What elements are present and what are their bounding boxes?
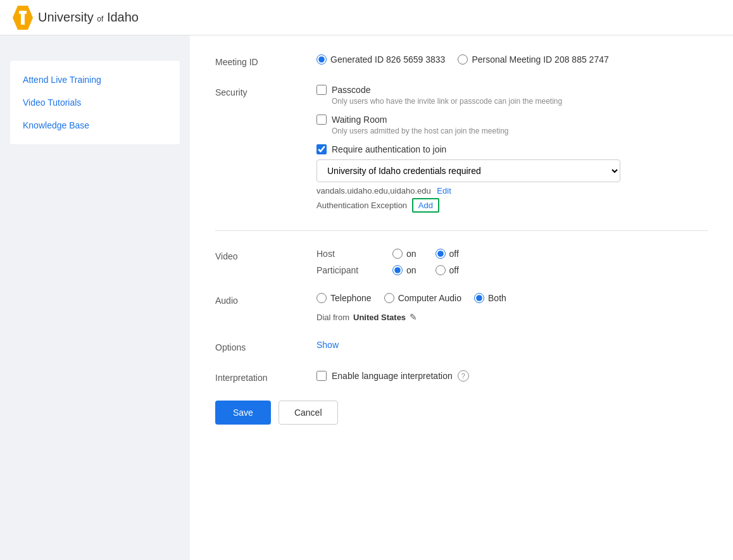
meeting-id-label: Meeting ID xyxy=(215,54,316,67)
audio-label: Audio xyxy=(215,293,316,306)
sidebar-nav: Attend Live Training Video Tutorials Kno… xyxy=(10,61,180,144)
passcode-hint: Only users who have the invite link or p… xyxy=(332,97,708,106)
both-audio-radio[interactable] xyxy=(474,293,484,303)
host-label: Host xyxy=(316,249,373,259)
participant-on-radio[interactable] xyxy=(392,265,403,275)
host-on-radio[interactable] xyxy=(392,249,403,259)
personal-id-label: Personal Meeting ID 208 885 2747 xyxy=(472,54,608,65)
generated-id-option[interactable]: Generated ID 826 5659 3833 xyxy=(316,54,445,65)
sidebar-item-video-tutorials[interactable]: Video Tutorials xyxy=(10,91,180,114)
auth-domain-text: vandals.uidaho.edu,uidaho.edu xyxy=(316,186,431,196)
participant-label: Participant xyxy=(316,265,373,275)
main-content: Meeting ID Generated ID 826 5659 3833 Pe… xyxy=(190,35,733,560)
telephone-option[interactable]: Telephone xyxy=(316,293,372,303)
computer-audio-radio[interactable] xyxy=(384,293,394,303)
sidebar-item-knowledge-base[interactable]: Knowledge Base xyxy=(10,114,180,137)
computer-audio-label: Computer Audio xyxy=(398,293,461,303)
telephone-radio[interactable] xyxy=(316,293,327,303)
dial-edit-icon[interactable]: ✎ xyxy=(410,312,417,322)
auth-exception-label: Authentication Exception xyxy=(316,201,407,210)
dial-from-prefix: Dial from xyxy=(316,313,349,322)
both-audio-label: Both xyxy=(488,293,506,303)
generated-id-radio[interactable] xyxy=(316,54,327,65)
interpretation-label: Interpretation xyxy=(215,370,316,383)
cancel-button[interactable]: Cancel xyxy=(279,401,338,425)
options-show-link[interactable]: Show xyxy=(316,340,339,350)
enable-interpretation-label: Enable language interpretation xyxy=(332,371,453,381)
enable-interpretation-option[interactable]: Enable language interpretation xyxy=(316,371,453,381)
security-content: Passcode Only users who have the invite … xyxy=(316,85,708,213)
divider-1 xyxy=(215,230,708,231)
participant-off-option[interactable]: off xyxy=(435,265,459,275)
options-row: Options Show xyxy=(215,340,708,352)
waiting-room-checkbox[interactable] xyxy=(316,115,327,125)
generated-id-label: Generated ID 826 5659 3833 xyxy=(330,54,445,65)
auth-dropdown[interactable]: University of Idaho credentials required xyxy=(316,159,620,182)
waiting-room-group: Waiting Room Only users admitted by the … xyxy=(316,115,708,135)
participant-on-option[interactable]: on xyxy=(392,265,417,275)
save-button[interactable]: Save xyxy=(215,401,271,425)
require-auth-checkbox[interactable] xyxy=(316,144,327,154)
auth-exception-row: Authentication Exception Add xyxy=(316,198,708,213)
logo-icon xyxy=(13,6,33,30)
svg-rect-2 xyxy=(19,11,27,14)
options-content: Show xyxy=(316,340,708,350)
meeting-id-row: Meeting ID Generated ID 826 5659 3833 Pe… xyxy=(215,54,708,67)
logo: University of Idaho xyxy=(13,6,139,30)
require-auth-option[interactable]: Require authentication to join xyxy=(316,144,708,154)
participant-video-row: Participant on off xyxy=(316,265,708,275)
audio-row: Audio Telephone Computer Audio Both xyxy=(215,293,708,322)
both-audio-option[interactable]: Both xyxy=(474,293,506,303)
require-auth-group: Require authentication to join Universit… xyxy=(316,144,708,213)
meeting-id-options: Generated ID 826 5659 3833 Personal Meet… xyxy=(316,54,708,65)
security-row: Security Passcode Only users who have th… xyxy=(215,85,708,213)
interpretation-row: Interpretation Enable language interpret… xyxy=(215,370,708,383)
audio-options: Telephone Computer Audio Both xyxy=(316,293,708,303)
participant-off-label: off xyxy=(449,265,459,275)
form-actions: Save Cancel xyxy=(215,401,708,425)
video-label: Video xyxy=(215,249,316,261)
video-row: Video Host on off Participant xyxy=(215,249,708,275)
participant-on-label: on xyxy=(406,265,417,275)
host-on-option[interactable]: on xyxy=(392,249,417,259)
passcode-group: Passcode Only users who have the invite … xyxy=(316,85,708,106)
telephone-label: Telephone xyxy=(330,293,372,303)
auth-edit-link[interactable]: Edit xyxy=(437,186,451,196)
options-label: Options xyxy=(215,340,316,352)
host-on-label: on xyxy=(406,249,417,259)
video-content: Host on off Participant on xyxy=(316,249,708,275)
interpretation-help-icon[interactable]: ? xyxy=(458,370,469,382)
auth-add-button[interactable]: Add xyxy=(412,198,439,213)
computer-audio-option[interactable]: Computer Audio xyxy=(384,293,461,303)
participant-off-radio[interactable] xyxy=(435,265,446,275)
waiting-room-option[interactable]: Waiting Room xyxy=(316,115,708,125)
sidebar: Attend Live Training Video Tutorials Kno… xyxy=(0,35,190,560)
passcode-label: Passcode xyxy=(332,85,370,95)
interpretation-content: Enable language interpretation ? xyxy=(316,370,708,382)
dial-info: Dial from United States ✎ xyxy=(316,312,708,322)
auth-domain-row: vandals.uidaho.edu,uidaho.edu Edit xyxy=(316,186,708,196)
passcode-checkbox[interactable] xyxy=(316,85,327,95)
header: University of Idaho xyxy=(0,0,733,35)
sidebar-item-attend-live-training[interactable]: Attend Live Training xyxy=(10,68,180,91)
passcode-option[interactable]: Passcode xyxy=(316,85,708,95)
meeting-id-content: Generated ID 826 5659 3833 Personal Meet… xyxy=(316,54,708,65)
host-video-row: Host on off xyxy=(316,249,708,259)
audio-content: Telephone Computer Audio Both Dial from … xyxy=(316,293,708,322)
security-label: Security xyxy=(215,85,316,97)
dial-from-country: United States xyxy=(353,313,406,322)
host-off-option[interactable]: off xyxy=(435,249,459,259)
waiting-room-hint: Only users admitted by the host can join… xyxy=(332,127,708,135)
host-off-label: off xyxy=(449,249,459,259)
logo-text: University of Idaho xyxy=(38,10,139,25)
personal-id-radio[interactable] xyxy=(458,54,468,65)
require-auth-label: Require authentication to join xyxy=(332,144,446,154)
interpretation-options: Enable language interpretation ? xyxy=(316,370,708,382)
enable-interpretation-checkbox[interactable] xyxy=(316,371,327,381)
personal-id-option[interactable]: Personal Meeting ID 208 885 2747 xyxy=(458,54,608,65)
host-off-radio[interactable] xyxy=(435,249,446,259)
waiting-room-label: Waiting Room xyxy=(332,115,387,125)
